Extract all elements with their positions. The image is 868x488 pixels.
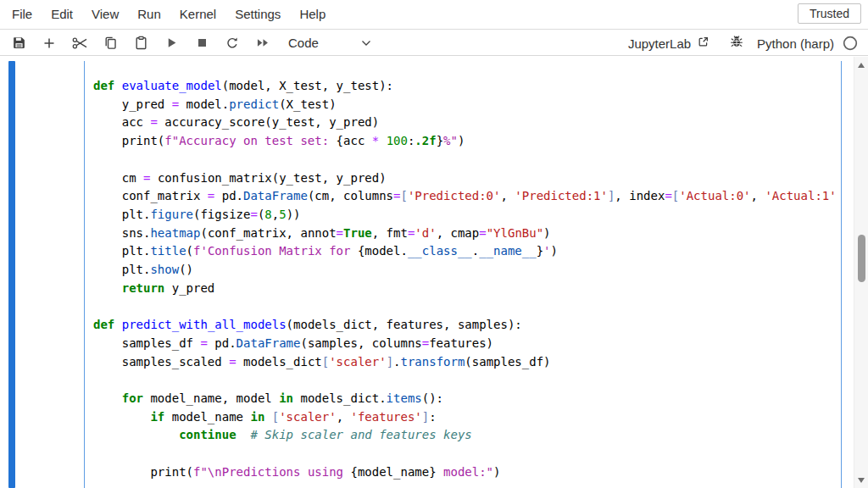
- code-line: [93, 297, 841, 316]
- code-line: y_pred = model.predict(X_test): [93, 96, 841, 114]
- code-line: conf_matrix = pd.DataFrame(cm, columns=[…: [93, 187, 841, 206]
- jupyter-notebook-window: FileEditViewRunKernelSettingsHelp Truste…: [0, 0, 868, 488]
- save-button[interactable]: [8, 32, 29, 54]
- menu-item-run[interactable]: Run: [128, 0, 170, 29]
- code-line: samples_df = pd.DataFrame(samples, colum…: [93, 335, 841, 353]
- menu-item-edit[interactable]: Edit: [42, 0, 82, 29]
- menubar: FileEditViewRunKernelSettingsHelp Truste…: [0, 0, 868, 30]
- code-line: def evaluate_model(model, X_test, y_test…: [93, 77, 841, 96]
- code-line: def predict_with_all_models(models_dict,…: [93, 316, 841, 335]
- code-line: for model_name, model in models_dict.ite…: [93, 390, 841, 408]
- restart-kernel-button[interactable]: [222, 32, 242, 54]
- run-cell-button[interactable]: [161, 32, 181, 54]
- vertical-scrollbar: [854, 57, 868, 488]
- paste-icon: [134, 36, 148, 50]
- menu-item-file[interactable]: File: [3, 0, 42, 29]
- code-line: plt.figure(figsize=(8,5)): [93, 206, 841, 225]
- code-line: print(f"\nPredictions using {model_name}…: [93, 463, 841, 482]
- add-cell-button[interactable]: [39, 32, 59, 54]
- scissors-icon: [72, 36, 88, 50]
- scrollbar-down-arrow[interactable]: [858, 478, 865, 483]
- trusted-button[interactable]: Trusted: [798, 3, 861, 24]
- restart-run-all-button[interactable]: [253, 32, 273, 54]
- copy-cell-button[interactable]: [100, 32, 120, 54]
- toolbar: Code JupyterLab Python (harp): [0, 30, 868, 56]
- jupyterlab-label: JupyterLab: [628, 36, 691, 51]
- code-line: return y_pred: [93, 280, 841, 298]
- chevron-down-icon: [361, 40, 371, 47]
- code-cell-editor[interactable]: def evaluate_model(model, X_test, y_test…: [84, 61, 842, 488]
- code-line: [93, 371, 841, 390]
- copy-icon: [103, 36, 118, 50]
- external-link-icon: [697, 36, 709, 52]
- code-line: plt.title(f'Confusion Matrix for {model.…: [93, 242, 841, 261]
- toolbar-right: JupyterLab Python (harp): [628, 30, 858, 56]
- code-line: plt.show(): [93, 261, 841, 280]
- code-line: [93, 445, 841, 463]
- save-icon: [12, 36, 26, 50]
- code-line: print(f"Accuracy on test set: {acc * 100…: [93, 132, 841, 151]
- scrollbar-up-arrow[interactable]: [858, 63, 865, 68]
- cell-type-dropdown[interactable]: Code: [288, 36, 371, 50]
- menu-item-view[interactable]: View: [82, 0, 128, 29]
- menu-item-settings[interactable]: Settings: [225, 0, 290, 29]
- code-line: cm = confusion_matrix(y_test, y_pred): [93, 169, 841, 188]
- plus-icon: [42, 36, 56, 50]
- trusted-label: Trusted: [810, 7, 849, 20]
- restart-icon: [225, 36, 239, 50]
- menu-item-kernel[interactable]: Kernel: [170, 0, 225, 29]
- code-line: continue # Skip scaler and features keys: [93, 426, 841, 445]
- fast-forward-icon: [255, 36, 270, 49]
- code-line: [93, 151, 841, 169]
- run-icon: [165, 36, 178, 49]
- code-line: acc = accuracy_score(y_test, y_pred): [93, 114, 841, 132]
- code-line: sns.heatmap(conf_matrix, annot=True, fmt…: [93, 225, 841, 243]
- code-line: samples_scaled = models_dict['scaler'].t…: [93, 353, 841, 372]
- scrollbar-thumb[interactable]: [858, 235, 865, 282]
- stop-icon: [196, 36, 209, 49]
- kernel-status-icon[interactable]: [843, 36, 858, 51]
- notebook-panel: def evaluate_model(model, X_test, y_test…: [0, 57, 868, 488]
- active-cell-collapser[interactable]: [8, 61, 15, 488]
- bug-icon: [730, 35, 743, 52]
- cell-type-label: Code: [288, 36, 319, 50]
- paste-cell-button[interactable]: [131, 32, 151, 54]
- menubar-items: FileEditViewRunKernelSettingsHelp: [3, 0, 335, 29]
- code-lines: def evaluate_model(model, X_test, y_test…: [93, 77, 841, 481]
- kernel-name[interactable]: Python (harp): [757, 36, 834, 51]
- interrupt-kernel-button[interactable]: [192, 32, 212, 54]
- debugger-button[interactable]: [730, 35, 743, 52]
- code-line: if model_name in ['scaler', 'features']:: [93, 408, 841, 427]
- cut-cell-button[interactable]: [70, 32, 90, 54]
- menu-item-help[interactable]: Help: [290, 0, 335, 29]
- open-in-jupyterlab-link[interactable]: JupyterLab: [628, 36, 709, 52]
